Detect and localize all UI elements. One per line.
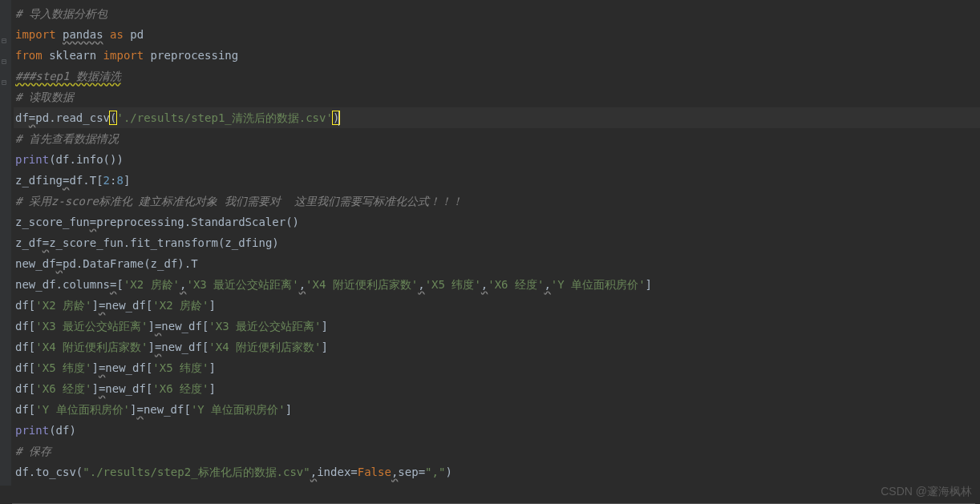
code-token: , (299, 278, 306, 291)
code-token: = (43, 236, 49, 249)
code-token: ( (49, 424, 55, 437)
code-token: ] (91, 361, 98, 374)
code-line[interactable]: df['X4 附近便利店家数']=new_df['X4 附近便利店家数'] (14, 337, 980, 357)
code-token: pd (130, 28, 144, 41)
code-token: new_df (161, 320, 202, 333)
code-line[interactable]: # 读取数据 (14, 87, 980, 107)
code-area[interactable]: # 导入数据分析包import pandas as pdfrom sklearn… (14, 3, 980, 482)
code-token: 'X5 纬度' (425, 278, 481, 291)
code-line[interactable]: z_df=z_score_fun.fit_transform(z_dfing) (14, 232, 980, 253)
code-token: ) (445, 466, 452, 478)
code-token: # 首先查看数据情况 (15, 132, 119, 145)
code-token: df (56, 424, 70, 437)
code-token: = (136, 403, 143, 416)
code-token: 'X6 经度' (488, 278, 544, 291)
code-line[interactable]: # 保存 (14, 441, 980, 462)
code-line[interactable]: print(df) (14, 420, 980, 441)
code-token: [ (96, 174, 103, 187)
code-token: 'X3 最近公交站距离' (209, 320, 321, 333)
code-token: ] (124, 174, 130, 187)
code-line[interactable]: z_dfing=df.T[2:8] (14, 170, 980, 191)
code-token: = (56, 257, 63, 270)
code-line[interactable]: df['Y 单位面积房价']=new_df['Y 单位面积房价'] (14, 399, 980, 420)
code-token: 'X5 纬度' (152, 361, 209, 374)
code-token: from (15, 49, 49, 62)
code-token: 'Y 单位面积房价' (35, 403, 130, 416)
code-token: ] (91, 299, 98, 312)
code-token: , (481, 278, 488, 291)
code-token: = (350, 466, 357, 478)
code-token: df.T (69, 174, 96, 187)
code-token: df (15, 382, 29, 395)
code-token: new_df (105, 299, 146, 312)
code-token: 'X4 附近便利店家数' (306, 278, 418, 291)
code-line[interactable]: ###step1 数据清洗 (14, 66, 980, 87)
code-token: sep (398, 466, 418, 478)
code-token: 'X4 附近便利店家数' (35, 341, 148, 353)
code-token: print (15, 153, 49, 166)
code-token: df (15, 111, 29, 124)
code-token: new_df (161, 341, 202, 353)
code-token: df (15, 341, 29, 353)
code-token: 8 (116, 174, 123, 187)
code-line[interactable]: # 首先查看数据情况 (14, 128, 980, 149)
code-token: ) (272, 236, 278, 249)
code-token: df (15, 299, 29, 312)
code-token: "./results/step2_标准化后的数据.csv" (83, 466, 310, 478)
fold-marker-icon[interactable]: ⊟ (2, 72, 10, 80)
code-token: [ (116, 278, 123, 291)
code-token: df.to_csv (15, 466, 76, 478)
code-token: new_df (105, 361, 146, 374)
code-line[interactable]: df['X3 最近公交站距离']=new_df['X3 最近公交站距离'] (14, 316, 980, 337)
code-token: = (419, 466, 425, 478)
code-token: ()) (103, 153, 124, 166)
code-token: index (317, 466, 350, 478)
code-editor[interactable]: ⊟⊟⊟ # 导入数据分析包import pandas as pdfrom skl… (0, 0, 980, 486)
code-token: z_df (15, 236, 43, 249)
code-token: new_df (105, 382, 146, 395)
code-line[interactable]: df=pd.read_csv('./results/step1_清洗后的数据.c… (14, 107, 980, 128)
code-token: 'X3 最近公交站距离' (35, 320, 148, 333)
code-token: sklearn (49, 49, 96, 62)
code-token: df.info (56, 153, 103, 166)
code-line[interactable]: new_df=pd.DataFrame(z_df).T (14, 253, 980, 274)
code-token: 'X2 房龄' (124, 278, 180, 291)
code-token: z_score_fun.fit_transform (49, 236, 218, 249)
code-token: # 保存 (15, 445, 51, 458)
code-token: pd.read_csv (35, 111, 110, 124)
code-token: 'Y 单位面积房价' (191, 403, 285, 416)
code-line[interactable]: # 采用z-score标准化 建立标准化对象 我们需要对 这里我们需要写标准化公… (14, 191, 980, 212)
code-token: new_df.columns (15, 278, 110, 291)
code-line[interactable]: df['X2 房龄']=new_df['X2 房龄'] (14, 295, 980, 316)
code-token: () (285, 216, 299, 228)
code-line[interactable]: df['X5 纬度']=new_df['X5 纬度'] (14, 357, 980, 378)
code-token: 'X3 最近公交站距离' (186, 278, 298, 291)
code-token: import (15, 28, 63, 41)
gutter: ⊟⊟⊟ (0, 0, 11, 486)
code-token: ] (148, 320, 154, 333)
code-line[interactable]: print(df.info()) (14, 149, 980, 170)
code-token: print (15, 424, 49, 437)
code-token: new_df (15, 257, 56, 270)
code-token: import (96, 49, 150, 62)
code-token: as (103, 28, 131, 41)
fold-marker-icon[interactable]: ⊟ (2, 51, 10, 59)
code-line[interactable]: new_df.columns=['X2 房龄','X3 最近公交站距离','X4… (14, 274, 980, 295)
code-token: , (418, 278, 424, 291)
code-line[interactable]: from sklearn import preprocessing (14, 45, 980, 66)
code-line[interactable]: # 导入数据分析包 (14, 3, 980, 24)
code-token: ( (49, 153, 55, 166)
code-token: z_dfing (225, 236, 272, 249)
code-token: ] (209, 382, 216, 395)
code-token: z_dfing (15, 174, 63, 187)
code-line[interactable]: z_score_fun=preprocessing.StandardScaler… (14, 212, 980, 232)
code-token: = (90, 216, 96, 228)
code-line[interactable]: import pandas as pd (14, 24, 980, 45)
fold-marker-icon[interactable]: ⊟ (2, 30, 10, 38)
code-token: df (15, 320, 29, 333)
code-token: preprocessing.StandardScaler (96, 216, 285, 228)
code-token: 'X4 附近便利店家数' (209, 341, 321, 353)
code-line[interactable]: df['X6 经度']=new_df['X6 经度'] (14, 378, 980, 399)
code-token: df (15, 361, 29, 374)
code-line[interactable]: df.to_csv("./results/step2_标准化后的数据.csv",… (14, 462, 980, 482)
